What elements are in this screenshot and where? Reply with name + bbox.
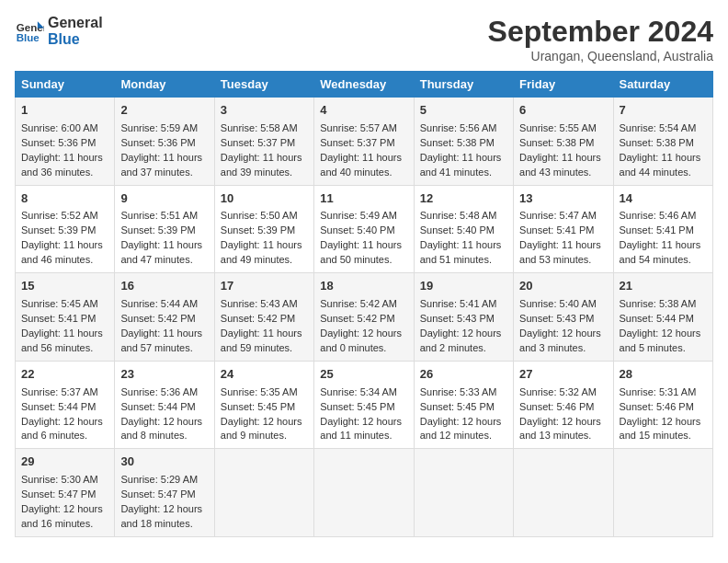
header-tuesday: Tuesday [214,72,313,98]
calendar-cell: 29Sunrise: 5:30 AMSunset: 5:47 PMDayligh… [16,449,115,537]
day-number: 26 [420,366,507,384]
day-number: 20 [519,278,607,295]
day-number: 21 [620,278,707,295]
calendar-cell [414,449,513,537]
calendar-cell: 27Sunrise: 5:32 AMSunset: 5:46 PMDayligh… [514,361,613,449]
calendar-cell [314,449,414,537]
calendar-cell: 12Sunrise: 5:48 AMSunset: 5:40 PMDayligh… [414,185,513,273]
day-number: 12 [420,190,507,208]
calendar-cell: 21Sunrise: 5:38 AMSunset: 5:44 PMDayligh… [613,273,712,362]
month-title: September 2024 [488,15,713,49]
calendar-week-4: 22Sunrise: 5:37 AMSunset: 5:44 PMDayligh… [16,361,713,449]
header-sunday: Sunday [16,72,115,98]
calendar-cell: 20Sunrise: 5:40 AMSunset: 5:43 PMDayligh… [514,273,613,362]
day-number: 16 [120,278,208,295]
calendar-cell: 30Sunrise: 5:29 AMSunset: 5:47 PMDayligh… [115,449,214,537]
calendar-cell: 1Sunrise: 6:00 AMSunset: 5:36 PMDaylight… [16,98,115,186]
day-number: 4 [320,102,407,120]
logo-general: General [48,15,103,31]
calendar-cell: 3Sunrise: 5:58 AMSunset: 5:37 PMDaylight… [214,98,313,186]
day-number: 3 [221,102,308,120]
calendar-cell [214,449,313,537]
calendar-cell: 26Sunrise: 5:33 AMSunset: 5:45 PMDayligh… [414,361,513,449]
calendar-cell: 5Sunrise: 5:56 AMSunset: 5:38 PMDaylight… [414,98,513,186]
calendar-cell: 7Sunrise: 5:54 AMSunset: 5:38 PMDaylight… [613,98,712,186]
calendar-week-2: 8Sunrise: 5:52 AMSunset: 5:39 PMDaylight… [16,185,713,273]
day-number: 13 [519,190,607,208]
calendar-table: SundayMondayTuesdayWednesdayThursdayFrid… [15,71,713,537]
calendar-cell: 14Sunrise: 5:46 AMSunset: 5:41 PMDayligh… [613,185,712,273]
day-number: 2 [120,102,208,120]
calendar-cell: 22Sunrise: 5:37 AMSunset: 5:44 PMDayligh… [16,361,115,449]
day-number: 25 [320,366,407,384]
day-number: 17 [221,278,308,295]
logo-icon: General Blue [15,17,44,46]
calendar-cell: 28Sunrise: 5:31 AMSunset: 5:46 PMDayligh… [613,361,712,449]
day-number: 30 [120,454,208,471]
title-block: September 2024 Urangan, Queensland, Aust… [488,15,713,63]
calendar-cell: 19Sunrise: 5:41 AMSunset: 5:43 PMDayligh… [414,273,513,362]
header-wednesday: Wednesday [314,72,414,98]
day-number: 28 [620,366,707,384]
day-number: 7 [620,102,707,120]
page-header: General Blue General Blue September 2024… [15,15,713,63]
calendar-cell: 2Sunrise: 5:59 AMSunset: 5:36 PMDaylight… [115,98,214,186]
day-number: 5 [420,102,507,120]
calendar-cell: 10Sunrise: 5:50 AMSunset: 5:39 PMDayligh… [214,185,313,273]
calendar-cell: 6Sunrise: 5:55 AMSunset: 5:38 PMDaylight… [514,98,613,186]
calendar-cell [514,449,613,537]
calendar-cell: 13Sunrise: 5:47 AMSunset: 5:41 PMDayligh… [514,185,613,273]
svg-text:Blue: Blue [17,32,40,43]
day-number: 14 [620,190,707,208]
day-number: 11 [320,190,407,208]
calendar-week-5: 29Sunrise: 5:30 AMSunset: 5:47 PMDayligh… [16,449,713,537]
calendar-cell: 8Sunrise: 5:52 AMSunset: 5:39 PMDaylight… [16,185,115,273]
day-number: 19 [420,278,507,295]
calendar-cell: 25Sunrise: 5:34 AMSunset: 5:45 PMDayligh… [314,361,414,449]
day-number: 23 [120,366,208,384]
calendar-cell: 11Sunrise: 5:49 AMSunset: 5:40 PMDayligh… [314,185,414,273]
day-number: 29 [21,454,108,471]
day-number: 24 [221,366,308,384]
day-number: 6 [519,102,607,120]
day-number: 27 [519,366,607,384]
day-number: 10 [221,190,308,208]
calendar-week-3: 15Sunrise: 5:45 AMSunset: 5:41 PMDayligh… [16,273,713,362]
calendar-week-1: 1Sunrise: 6:00 AMSunset: 5:36 PMDaylight… [16,98,713,186]
logo: General Blue General Blue [15,15,103,48]
calendar-header-row: SundayMondayTuesdayWednesdayThursdayFrid… [16,72,713,98]
calendar-cell: 17Sunrise: 5:43 AMSunset: 5:42 PMDayligh… [214,273,313,362]
location-subtitle: Urangan, Queensland, Australia [488,49,713,63]
day-number: 18 [320,278,407,295]
calendar-cell: 24Sunrise: 5:35 AMSunset: 5:45 PMDayligh… [214,361,313,449]
calendar-cell: 18Sunrise: 5:42 AMSunset: 5:42 PMDayligh… [314,273,414,362]
day-number: 8 [21,190,108,208]
day-number: 22 [21,366,108,384]
calendar-cell: 9Sunrise: 5:51 AMSunset: 5:39 PMDaylight… [115,185,214,273]
header-thursday: Thursday [414,72,513,98]
day-number: 9 [120,190,208,208]
header-monday: Monday [115,72,214,98]
day-number: 1 [21,102,108,120]
header-saturday: Saturday [613,72,712,98]
day-number: 15 [21,278,108,295]
header-friday: Friday [514,72,613,98]
calendar-cell: 15Sunrise: 5:45 AMSunset: 5:41 PMDayligh… [16,273,115,362]
logo-blue: Blue [48,31,103,48]
calendar-cell: 23Sunrise: 5:36 AMSunset: 5:44 PMDayligh… [115,361,214,449]
calendar-cell: 4Sunrise: 5:57 AMSunset: 5:37 PMDaylight… [314,98,414,186]
calendar-cell [613,449,712,537]
calendar-cell: 16Sunrise: 5:44 AMSunset: 5:42 PMDayligh… [115,273,214,362]
